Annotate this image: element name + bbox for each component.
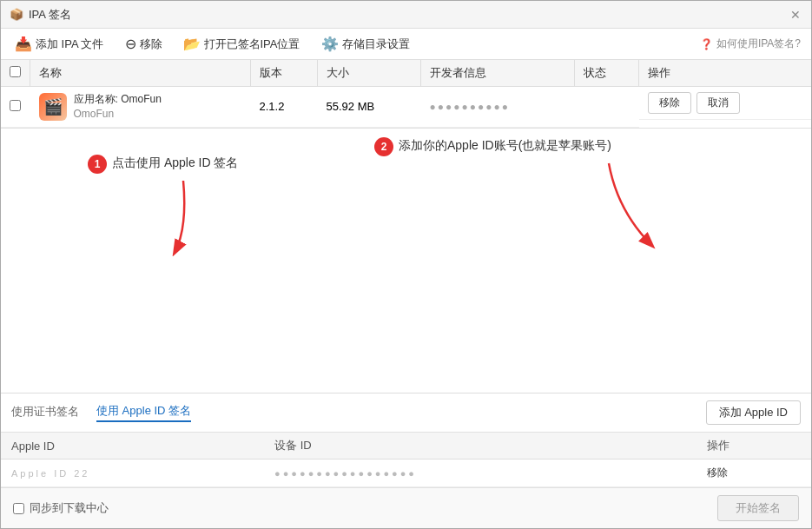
sync-checkbox[interactable] bbox=[13, 503, 24, 514]
app-name: 应用名称: OmoFun OmoFun bbox=[74, 92, 162, 122]
file-table-area: 名称 版本 大小 开发者信息 状态 操作 bbox=[1, 60, 811, 129]
device-id-value: ●●●●●●●●●●●●●●●●● bbox=[264, 460, 696, 487]
main-window: 📦 IPA 签名 ✕ 📥 添加 IPA 文件 ⊖ 移除 📂 打开已签名IPA位置… bbox=[0, 0, 812, 529]
apple-id-table: Apple ID 设备 ID 操作 Apple ID 22 ●●●●●●●●●●… bbox=[1, 433, 811, 487]
settings-icon: ⚙️ bbox=[321, 36, 339, 52]
step2-text: 添加你的Apple ID账号(也就是苹果账号) bbox=[399, 137, 611, 154]
select-all-checkbox[interactable] bbox=[10, 66, 21, 77]
file-table-header-row: 名称 版本 大小 开发者信息 状态 操作 bbox=[1, 60, 811, 87]
apple-id-row: Apple ID 22 ●●●●●●●●●●●●●●●●● 移除 bbox=[1, 460, 811, 487]
start-sign-button[interactable]: 开始签名 bbox=[717, 495, 799, 521]
checkbox-header bbox=[1, 60, 30, 87]
add-apple-id-button[interactable]: 添加 Apple ID bbox=[706, 400, 801, 425]
step1-annotation: 1 点击使用 Apple ID 签名 bbox=[88, 155, 238, 174]
window-title-icon: 📦 bbox=[10, 8, 23, 21]
window-title: IPA 签名 bbox=[29, 7, 71, 23]
step2-number: 2 bbox=[374, 137, 393, 156]
row-checkbox-cell bbox=[1, 87, 30, 128]
col-device-id: 设备 ID bbox=[264, 433, 696, 460]
col-name: 名称 bbox=[30, 60, 251, 87]
folder-icon: 📂 bbox=[183, 36, 201, 52]
col-apple-id: Apple ID bbox=[1, 433, 264, 460]
close-button[interactable]: ✕ bbox=[789, 8, 802, 22]
col-version: 版本 bbox=[251, 60, 318, 87]
app-icon: 🎬 bbox=[39, 93, 67, 121]
title-bar-left: 📦 IPA 签名 bbox=[10, 7, 71, 23]
cancel-row-button[interactable]: 取消 bbox=[696, 92, 740, 114]
row-checkbox[interactable] bbox=[10, 100, 21, 111]
tab-cert-sign[interactable]: 使用证书签名 bbox=[11, 404, 79, 421]
col-developer: 开发者信息 bbox=[421, 60, 575, 87]
bottom-section: 使用证书签名 使用 Apple ID 签名 添加 Apple ID Apple … bbox=[1, 393, 811, 487]
row-developer: ●●●●●●●●●● bbox=[421, 87, 575, 128]
apple-id-value: Apple ID 22 bbox=[1, 460, 264, 487]
row-actions: 移除 取消 bbox=[639, 87, 811, 120]
step2-annotation: 2 添加你的Apple ID账号(也就是苹果账号) bbox=[374, 137, 611, 156]
col-status: 状态 bbox=[575, 60, 639, 87]
help-icon: ❓ bbox=[700, 38, 713, 50]
remove-action-cell: 移除 bbox=[696, 460, 811, 487]
col-operation: 操作 bbox=[696, 433, 811, 460]
tabs-row: 使用证书签名 使用 Apple ID 签名 添加 Apple ID bbox=[1, 393, 811, 433]
annotation-area: 1 点击使用 Apple ID 签名 2 添加你的Apple ID账号(也就是苹… bbox=[1, 129, 811, 393]
remove-toolbar-button[interactable]: ⊖ 移除 bbox=[122, 34, 166, 54]
col-size: 大小 bbox=[318, 60, 421, 87]
arrow2-svg bbox=[574, 159, 678, 263]
add-ipa-button[interactable]: 📥 添加 IPA 文件 bbox=[11, 34, 108, 54]
row-size: 55.92 MB bbox=[318, 87, 421, 128]
row-version: 2.1.2 bbox=[251, 87, 318, 128]
remove-apple-id-button[interactable]: 移除 bbox=[707, 466, 728, 479]
apple-id-blurred: Apple ID 22 bbox=[11, 468, 89, 479]
footer: 同步到下载中心 开始签名 bbox=[1, 487, 811, 528]
storage-settings-button[interactable]: ⚙️ 存储目录设置 bbox=[318, 34, 413, 54]
content-area: 名称 版本 大小 开发者信息 状态 操作 bbox=[1, 60, 811, 487]
open-signed-button[interactable]: 📂 打开已签名IPA位置 bbox=[180, 34, 304, 54]
col-action: 操作 bbox=[639, 60, 811, 87]
row-status bbox=[575, 87, 639, 128]
help-link[interactable]: ❓ 如何使用IPA签名? bbox=[700, 36, 801, 51]
arrow1-svg bbox=[149, 176, 218, 263]
tab-apple-id-sign[interactable]: 使用 Apple ID 签名 bbox=[96, 403, 191, 422]
sync-checkbox-label[interactable]: 同步到下载中心 bbox=[13, 500, 109, 516]
app-info: 🎬 应用名称: OmoFun OmoFun bbox=[39, 92, 242, 122]
device-id-blurred: ●●●●●●●●●●●●●●●●● bbox=[274, 468, 417, 479]
table-row: 🎬 应用名称: OmoFun OmoFun 2.1.2 55.92 MB ●●●… bbox=[1, 87, 811, 128]
file-table: 名称 版本 大小 开发者信息 状态 操作 bbox=[1, 60, 811, 128]
remove-row-button[interactable]: 移除 bbox=[648, 92, 691, 114]
remove-toolbar-icon: ⊖ bbox=[125, 36, 136, 52]
toolbar: 📥 添加 IPA 文件 ⊖ 移除 📂 打开已签名IPA位置 ⚙️ 存储目录设置 … bbox=[1, 29, 811, 60]
developer-blurred-text: ●●●●●●●●●● bbox=[430, 101, 510, 113]
add-ipa-icon: 📥 bbox=[15, 36, 32, 52]
step1-number: 1 bbox=[88, 155, 107, 174]
row-name-cell: 🎬 应用名称: OmoFun OmoFun bbox=[30, 87, 251, 128]
title-bar: 📦 IPA 签名 ✕ bbox=[1, 1, 811, 29]
step1-text: 点击使用 Apple ID 签名 bbox=[112, 155, 238, 171]
apple-id-header-row: Apple ID 设备 ID 操作 bbox=[1, 433, 811, 460]
